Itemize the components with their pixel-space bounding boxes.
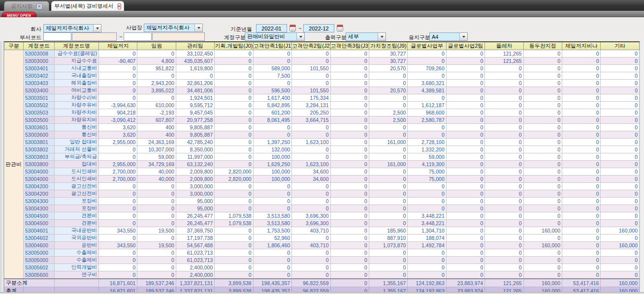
amount-cell: 0: [330, 80, 369, 87]
amount-cell: 53,417,416: [562, 279, 601, 287]
amount-cell: -3,090,412: [99, 117, 137, 124]
amount-cell: 0: [523, 176, 562, 183]
amount-cell: 124,192,863: [408, 287, 446, 293]
output-type-label: 출력구분: [325, 34, 347, 41]
amount-cell: 2,009,800: [176, 176, 214, 183]
amount-cell: 121,265: [485, 58, 523, 65]
amount-cell: 0: [601, 212, 640, 220]
tab-close-icon[interactable]: ×: [36, 3, 42, 9]
amount-cell: 0: [562, 176, 601, 183]
amount-cell: 2,820,000: [215, 168, 253, 176]
amount-cell: 0: [408, 205, 446, 212]
account-code-cell: 53003802: [24, 146, 55, 153]
amount-cell: 0: [292, 205, 330, 212]
amount-cell: 0: [562, 264, 601, 271]
amount-cell: 0: [523, 153, 562, 161]
amount-cell: 610,000: [137, 102, 176, 109]
dept-to-name-field[interactable]: [152, 32, 205, 41]
amount-cell: 0: [485, 242, 523, 249]
tab-expense-report[interactable]: 부서별(세목) 경비명세서 ×: [51, 1, 124, 11]
amount-cell: 1,355,167: [369, 287, 407, 293]
amount-cell: 0: [330, 287, 369, 293]
account-code-cell: 53005600: [24, 271, 55, 279]
amount-cell: 1,617,400: [253, 94, 291, 102]
amount-cell: 121,265: [485, 50, 523, 58]
amount-cell: 0: [369, 249, 407, 257]
amount-cell: 0: [215, 227, 253, 235]
amount-cell: 198,435,357: [253, 287, 291, 293]
amount-cell: 0: [330, 235, 369, 242]
amount-cell: 0: [601, 161, 640, 168]
account-code-cell: 53003600: [24, 131, 55, 139]
amount-cell: 0: [408, 183, 446, 190]
amount-cell: 3,448,221: [408, 212, 446, 220]
toolbar-band: [0, 11, 644, 17]
amount-cell: 0: [330, 212, 369, 220]
output-type-select[interactable]: 세부: [346, 32, 386, 41]
amount-cell: 0: [446, 249, 484, 257]
amount-cell: 1,337,821,131: [176, 279, 214, 287]
dept-to-code-input[interactable]: [124, 32, 152, 41]
amount-cell: 0: [562, 50, 601, 58]
amount-cell: 0: [99, 65, 137, 72]
table-row: 53004500견본비0026,245,4771,079,5383,513,58…: [4, 212, 640, 220]
tab-close-icon[interactable]: ×: [118, 3, 121, 9]
amount-cell: 121,265: [485, 287, 523, 293]
account-code-cell: 53004300: [24, 198, 55, 205]
amount-cell: 400: [137, 124, 176, 131]
amount-cell: 0: [523, 72, 562, 80]
bottom-frame-strip: [0, 292, 644, 294]
tab-notice[interactable]: 공지사항 ×: [4, 1, 49, 11]
amount-cell: 0: [562, 87, 601, 94]
column-header: 관리팀: [176, 42, 214, 50]
amount-cell: 189,537,246: [137, 279, 176, 287]
amount-cell: 0: [523, 212, 562, 220]
amount-cell: 0: [292, 183, 330, 190]
amount-cell: 42,785,240: [176, 139, 214, 146]
account-name-cell: 도서인쇄비: [55, 176, 99, 183]
calendar-icon[interactable]: [337, 25, 343, 31]
amount-cell: 0: [601, 124, 640, 131]
amount-cell: 1,079,538: [215, 212, 253, 220]
amount-cell: 0: [601, 94, 640, 102]
amount-cell: 0: [446, 87, 484, 94]
amount-cell: 0: [485, 190, 523, 198]
dept-from-code-input[interactable]: [43, 32, 71, 41]
account-code-cell: 53005000: [24, 249, 55, 257]
amount-cell: 0: [369, 183, 407, 190]
amount-cell: 0: [523, 168, 562, 176]
amount-cell: 0: [137, 190, 176, 198]
vertical-scrollbar[interactable]: [640, 41, 644, 292]
account-name-cell: 부의금/축의금: [55, 153, 99, 161]
amount-cell: 0: [601, 87, 640, 94]
calendar-icon[interactable]: [290, 25, 296, 31]
amount-cell: 0: [601, 249, 640, 257]
amount-cell: 0: [601, 271, 640, 279]
amount-cell: 0: [446, 190, 484, 198]
amount-cell: 0: [485, 117, 523, 124]
dept-from-name-field[interactable]: [72, 32, 117, 41]
table-row: 구분소계16,871,601189,537,2461,337,821,1313,…: [4, 279, 640, 287]
account-type-select[interactable]: 판매비와일반비: [245, 32, 305, 41]
period-from-input[interactable]: [256, 24, 287, 32]
period-to-input[interactable]: [303, 24, 334, 32]
amount-cell: 0: [446, 220, 484, 227]
table-row: 53003401시내교통비0951,8221,619,8000589,00010…: [4, 65, 640, 72]
table-row: 53004500견본비0026,245,4771,079,5383,513,58…: [4, 220, 640, 227]
amount-cell: 0: [408, 190, 446, 198]
amount-cell: 10,307,000: [137, 146, 176, 153]
company-select[interactable]: 제일저지주식회사: [43, 24, 101, 32]
amount-cell: 0: [215, 131, 253, 139]
amount-cell: 0: [485, 72, 523, 80]
amount-cell: 24,363,169: [137, 139, 176, 146]
amount-cell: 1,612,187: [408, 102, 446, 109]
amount-cell: 0: [369, 264, 407, 271]
amount-cell: 0: [292, 58, 330, 65]
site-select[interactable]: 제일저지주식회사: [144, 24, 203, 32]
amount-cell: 0: [369, 153, 407, 161]
paper-type-select[interactable]: A4: [429, 32, 468, 41]
amount-cell: 100,000: [253, 153, 291, 161]
amount-cell: 52,960: [253, 235, 291, 242]
amount-cell: 601,200: [253, 109, 291, 117]
amount-cell: 0: [137, 183, 176, 190]
